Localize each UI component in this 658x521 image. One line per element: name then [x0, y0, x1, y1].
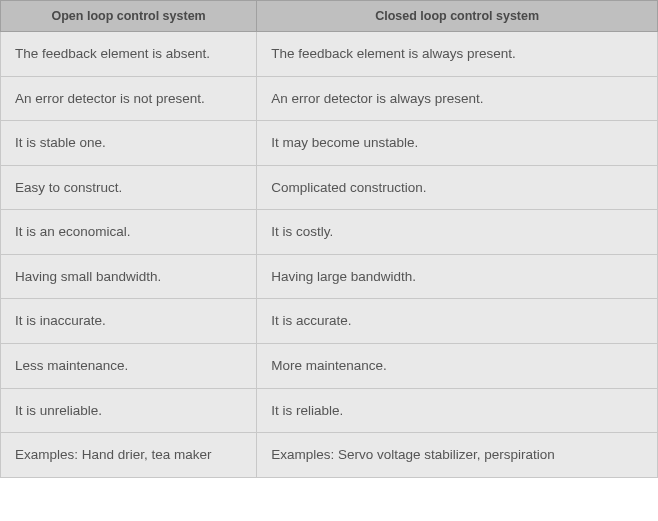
table-row: Easy to construct.Complicated constructi…: [1, 165, 658, 210]
cell-open-loop: An error detector is not present.: [1, 76, 257, 121]
cell-open-loop: Easy to construct.: [1, 165, 257, 210]
table-row: It is an economical.It is costly.: [1, 210, 658, 255]
cell-closed-loop: It is accurate.: [257, 299, 658, 344]
cell-open-loop: The feedback element is absent.: [1, 32, 257, 77]
cell-open-loop: It is stable one.: [1, 121, 257, 166]
table-row: It is stable one.It may become unstable.: [1, 121, 658, 166]
cell-open-loop: Examples: Hand drier, tea maker: [1, 433, 257, 478]
cell-closed-loop: Complicated construction.: [257, 165, 658, 210]
cell-closed-loop: It may become unstable.: [257, 121, 658, 166]
table-row: The feedback element is absent.The feedb…: [1, 32, 658, 77]
table-row: Less maintenance.More maintenance.: [1, 343, 658, 388]
cell-closed-loop: An error detector is always present.: [257, 76, 658, 121]
table-row: Having small bandwidth.Having large band…: [1, 254, 658, 299]
table-header-row: Open loop control system Closed loop con…: [1, 1, 658, 32]
table-row: An error detector is not present.An erro…: [1, 76, 658, 121]
cell-open-loop: It is unreliable.: [1, 388, 257, 433]
comparison-table: Open loop control system Closed loop con…: [0, 0, 658, 478]
cell-open-loop: Having small bandwidth.: [1, 254, 257, 299]
table-row: It is unreliable.It is reliable.: [1, 388, 658, 433]
comparison-table-container: Open loop control system Closed loop con…: [0, 0, 658, 478]
cell-closed-loop: It is costly.: [257, 210, 658, 255]
column-header-closed-loop: Closed loop control system: [257, 1, 658, 32]
cell-open-loop: Less maintenance.: [1, 343, 257, 388]
cell-closed-loop: Examples: Servo voltage stabilizer, pers…: [257, 433, 658, 478]
cell-open-loop: It is an economical.: [1, 210, 257, 255]
column-header-open-loop: Open loop control system: [1, 1, 257, 32]
table-body: The feedback element is absent.The feedb…: [1, 32, 658, 478]
cell-open-loop: It is inaccurate.: [1, 299, 257, 344]
cell-closed-loop: The feedback element is always present.: [257, 32, 658, 77]
table-row: Examples: Hand drier, tea makerExamples:…: [1, 433, 658, 478]
cell-closed-loop: Having large bandwidth.: [257, 254, 658, 299]
cell-closed-loop: It is reliable.: [257, 388, 658, 433]
table-row: It is inaccurate.It is accurate.: [1, 299, 658, 344]
cell-closed-loop: More maintenance.: [257, 343, 658, 388]
